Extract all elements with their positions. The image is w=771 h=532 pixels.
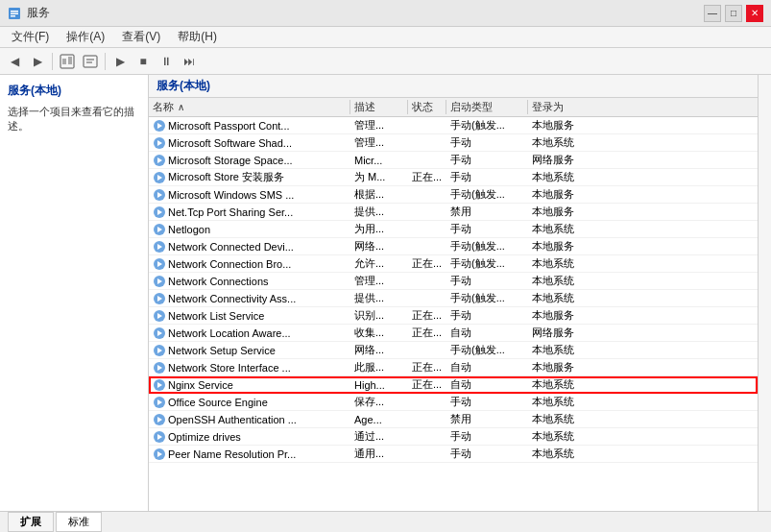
svg-rect-2	[11, 12, 18, 14]
col-header-startup[interactable]: 启动类型	[446, 100, 528, 114]
cell-login: 本地服务	[528, 308, 614, 323]
cell-startup: 禁用	[446, 205, 528, 219]
cell-status: 正在...	[408, 326, 446, 340]
table-row[interactable]: Network Store Interface ... 此服... 正在... …	[149, 359, 758, 376]
cell-login: 本地系统	[528, 170, 614, 184]
cell-desc: 收集...	[350, 326, 408, 340]
cell-startup: 手动(触发...	[446, 239, 528, 254]
cell-login: 本地系统	[528, 395, 614, 409]
table-row[interactable]: Peer Name Resolution Pr... 通用... 手动 本地系统	[149, 446, 758, 463]
restart-button[interactable]: ⏭	[179, 51, 200, 72]
table-row[interactable]: Microsoft Store 安装服务 为 M... 正在... 手动 本地系…	[149, 169, 758, 186]
menu-file[interactable]: 文件(F)	[4, 27, 57, 47]
cell-login: 本地服务	[528, 239, 614, 254]
pause-button[interactable]: ⏸	[156, 51, 177, 72]
table-row[interactable]: Network Connections 管理... 手动 本地系统	[149, 273, 758, 290]
cell-login: 本地系统	[528, 412, 614, 426]
left-panel-title: 服务(本地)	[8, 83, 140, 99]
maximize-button[interactable]: □	[725, 5, 742, 22]
cell-startup: 手动	[446, 222, 528, 236]
cell-startup: 自动	[446, 377, 528, 392]
close-button[interactable]: ✕	[746, 5, 763, 22]
cell-status: 正在...	[408, 377, 446, 392]
cell-startup: 手动(触发...	[446, 256, 528, 271]
table-row[interactable]: Net.Tcp Port Sharing Ser... 提供... 禁用 本地服…	[149, 204, 758, 221]
table-row[interactable]: Office Source Engine 保存... 手动 本地系统	[149, 394, 758, 411]
cell-name: Microsoft Windows SMS ...	[149, 188, 350, 202]
cell-login: 本地系统	[528, 343, 614, 357]
cell-status: 正在...	[408, 256, 446, 271]
table-row[interactable]: Netlogon 为用... 手动 本地系统	[149, 221, 758, 238]
svg-rect-7	[84, 56, 97, 67]
cell-name: Network List Service	[149, 309, 350, 323]
table-row[interactable]: Microsoft Storage Space... Micr... 手动 网络…	[149, 152, 758, 169]
table-row[interactable]: Nginx Service High... 正在... 自动 本地系统	[149, 376, 758, 394]
tab-expand[interactable]: 扩展	[8, 512, 54, 532]
col-header-name[interactable]: 名称 ∧	[149, 100, 350, 114]
col-header-desc[interactable]: 描述	[350, 100, 408, 114]
tab-standard[interactable]: 标准	[56, 512, 102, 532]
cell-login: 本地系统	[528, 256, 614, 271]
cell-login: 本地系统	[528, 291, 614, 305]
cell-desc: 提供...	[350, 291, 408, 305]
minimize-button[interactable]: —	[704, 5, 721, 22]
cell-name: Network Connections	[149, 275, 350, 288]
cell-name: Network Store Interface ...	[149, 361, 350, 375]
back-button[interactable]: ◀	[4, 51, 25, 72]
table-row[interactable]: Network Setup Service 网络... 手动(触发... 本地系…	[149, 342, 758, 359]
cell-login: 本地服务	[528, 118, 614, 133]
cell-login: 本地系统	[528, 377, 614, 392]
cell-startup: 手动(触发...	[446, 187, 528, 202]
cell-startup: 禁用	[446, 412, 528, 426]
col-header-status[interactable]: 状态	[408, 100, 446, 114]
stop-button[interactable]: ■	[133, 51, 154, 72]
main-content: 服务(本地) 选择一个项目来查看它的描述。 服务(本地) 名称 ∧ 描述 状态 …	[0, 75, 771, 511]
cell-login: 本地服务	[528, 205, 614, 219]
cell-desc: 通过...	[350, 429, 408, 444]
table-body[interactable]: Microsoft Passport Cont... 管理... 手动(触发..…	[149, 117, 758, 511]
cell-desc: 提供...	[350, 205, 408, 219]
cell-login: 本地服务	[528, 360, 614, 375]
cell-startup: 手动(触发...	[446, 118, 528, 133]
table-row[interactable]: Optimize drives 通过... 手动 本地系统	[149, 428, 758, 446]
cell-startup: 手动	[446, 429, 528, 444]
cell-name: Network Connection Bro...	[149, 257, 350, 271]
cell-desc: High...	[350, 379, 408, 391]
cell-name: OpenSSH Authentication ...	[149, 413, 350, 426]
cell-name: Net.Tcp Port Sharing Ser...	[149, 206, 350, 219]
forward-button[interactable]: ▶	[27, 51, 48, 72]
play-button[interactable]: ▶	[109, 51, 131, 72]
cell-startup: 手动(触发...	[446, 291, 528, 305]
table-row[interactable]: Microsoft Software Shad... 管理... 手动 本地系统	[149, 134, 758, 152]
table-row[interactable]: Microsoft Windows SMS ... 根据... 手动(触发...…	[149, 186, 758, 204]
cell-name: Optimize drives	[149, 430, 350, 444]
table-header: 名称 ∧ 描述 状态 启动类型 登录为	[149, 98, 758, 117]
menu-view[interactable]: 查看(V)	[114, 27, 168, 47]
cell-name: Microsoft Store 安装服务	[149, 170, 350, 184]
cell-desc: 允许...	[350, 256, 408, 271]
col-header-login[interactable]: 登录为	[528, 100, 614, 114]
properties-button[interactable]	[80, 51, 101, 72]
table-row[interactable]: Network Connected Devi... 网络... 手动(触发...…	[149, 238, 758, 255]
table-row[interactable]: Network Connectivity Ass... 提供... 手动(触发.…	[149, 290, 758, 307]
menu-action[interactable]: 操作(A)	[59, 27, 112, 47]
panel-header: 服务(本地)	[149, 75, 758, 98]
show-scope-button[interactable]	[57, 51, 78, 72]
table-row[interactable]: Network Connection Bro... 允许... 正在... 手动…	[149, 255, 758, 273]
cell-status: 正在...	[408, 308, 446, 323]
window-controls[interactable]: — □ ✕	[704, 5, 763, 22]
title-bar: 服务 — □ ✕	[0, 0, 771, 27]
left-panel: 服务(本地) 选择一个项目来查看它的描述。	[0, 75, 149, 511]
table-row[interactable]: Network Location Aware... 收集... 正在... 自动…	[149, 325, 758, 342]
table-row[interactable]: OpenSSH Authentication ... Age... 禁用 本地系…	[149, 411, 758, 428]
cell-login: 网络服务	[528, 153, 614, 167]
cell-status: 正在...	[408, 360, 446, 375]
cell-name: Microsoft Passport Cont...	[149, 119, 350, 133]
table-row[interactable]: Microsoft Passport Cont... 管理... 手动(触发..…	[149, 117, 758, 134]
cell-desc: 通用...	[350, 447, 408, 461]
cell-desc: 网络...	[350, 343, 408, 357]
cell-desc: 保存...	[350, 395, 408, 409]
scrollbar[interactable]	[758, 75, 771, 511]
table-row[interactable]: Network List Service 识别... 正在... 手动 本地服务	[149, 307, 758, 325]
menu-help[interactable]: 帮助(H)	[170, 27, 225, 47]
